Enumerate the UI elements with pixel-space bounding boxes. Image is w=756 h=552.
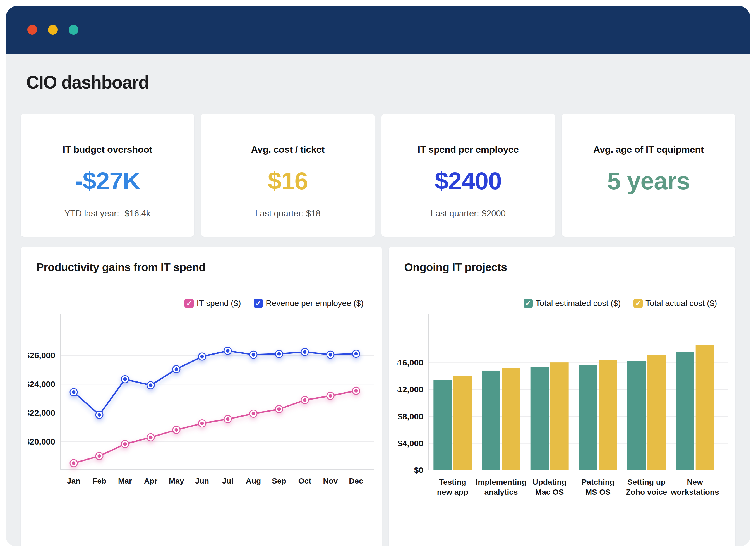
legend-checkbox-check-icon[interactable]: ✓	[184, 299, 194, 308]
kpi-card-avg-cost-ticket: Avg. cost / ticket $16 Last quarter: $18	[201, 114, 375, 237]
kpi-value: 5 years	[562, 167, 735, 195]
legend-item: ✓Total actual cost ($)	[633, 298, 717, 308]
x-axis-tick-label: Sep	[272, 476, 286, 485]
x-axis-category-label: Mac OS	[535, 488, 564, 497]
chart-title: Ongoing IT projects	[404, 261, 507, 274]
bar	[696, 345, 714, 470]
window-titlebar	[6, 6, 750, 53]
close-button-icon[interactable]	[27, 25, 37, 35]
kpi-value: $16	[201, 167, 375, 195]
x-axis-tick-label: Feb	[92, 476, 106, 485]
legend-label: IT spend ($)	[196, 298, 241, 308]
x-axis-category-label: workstations	[670, 488, 719, 497]
data-point-marker-center	[277, 407, 281, 411]
bar	[530, 367, 549, 470]
kpi-title: IT budget overshoot	[21, 144, 194, 155]
data-point-marker-center	[252, 353, 255, 357]
kpi-title: IT spend per employee	[381, 144, 555, 155]
projects-bar-chart: $0$4,000$8,000$12,000$16,000Testingnew a…	[397, 310, 729, 506]
x-axis-category-label: Testing	[439, 478, 466, 487]
x-axis-tick-label: May	[169, 476, 184, 485]
legend-label: Total estimated cost ($)	[536, 298, 621, 308]
y-axis-tick-label: $16,000	[397, 358, 423, 367]
data-point-marker-center	[277, 352, 281, 356]
kpi-row: IT budget overshoot -$27K YTD last year:…	[21, 114, 735, 237]
bar	[579, 365, 597, 470]
y-axis-tick-label: $12,000	[397, 385, 423, 394]
bar	[550, 363, 568, 470]
data-point-marker-center	[149, 383, 153, 387]
data-point-marker-center	[98, 413, 101, 417]
legend-checkbox-check-icon[interactable]: ✓	[524, 299, 533, 308]
bar	[627, 361, 646, 470]
chart-title: Productivity gains from IT spend	[36, 261, 205, 274]
x-axis-category-label: Zoho voice	[626, 488, 667, 497]
kpi-card-it-budget-overshoot: IT budget overshoot -$27K YTD last year:…	[21, 114, 194, 237]
y-axis-tick-label: $24,000	[28, 380, 55, 389]
zoom-button-icon[interactable]	[69, 25, 78, 35]
productivity-line-chart: $20,000$22,000$24,000$26,000JanFebMarApr…	[28, 310, 375, 506]
data-point-marker-center	[303, 398, 307, 402]
kpi-title: Avg. age of IT equipment	[562, 144, 735, 155]
data-point-marker-center	[123, 378, 127, 381]
kpi-subtitle: Last quarter: $2000	[381, 209, 555, 219]
series-line	[74, 391, 356, 463]
x-axis-category-label: MS OS	[585, 488, 610, 497]
bar	[647, 356, 666, 470]
x-axis-category-label: Setting up	[627, 478, 666, 487]
y-axis-tick-label: $20,000	[28, 437, 55, 446]
x-axis-category-label: Patching	[581, 478, 614, 487]
y-axis-tick-label: $22,000	[28, 408, 55, 417]
y-axis-tick-label: $8,000	[398, 412, 423, 421]
productivity-chart-card: Productivity gains from IT spend ✓IT spe…	[21, 247, 382, 546]
data-point-marker-center	[149, 436, 153, 439]
data-point-marker-center	[329, 353, 332, 357]
x-axis-tick-label: Dec	[349, 476, 363, 485]
legend-item: ✓Revenue per employee ($)	[254, 298, 363, 308]
data-point-marker-center	[98, 454, 101, 458]
page-title: CIO dashboard	[21, 72, 735, 93]
data-point-marker-center	[72, 390, 75, 394]
x-axis-tick-label: Mar	[118, 476, 132, 485]
line-series	[70, 387, 360, 467]
x-axis-category-label: Updating	[533, 478, 566, 487]
minimize-button-icon[interactable]	[48, 25, 58, 35]
data-point-marker-center	[175, 428, 178, 432]
kpi-card-avg-age-it-equipment: Avg. age of IT equipment 5 years	[562, 114, 735, 237]
line-chart-legend: ✓IT spend ($)✓Revenue per employee ($)	[21, 298, 382, 309]
x-axis-tick-label: Nov	[323, 476, 338, 485]
y-axis-tick-label: $0	[414, 465, 423, 475]
x-axis-category-label: analytics	[484, 488, 518, 497]
data-point-marker-center	[200, 355, 204, 358]
legend-checkbox-check-icon[interactable]: ✓	[254, 299, 263, 308]
bar	[433, 380, 452, 470]
data-point-marker-center	[175, 368, 178, 371]
legend-item: ✓Total estimated cost ($)	[524, 298, 621, 308]
x-axis-category-label: Implementing	[476, 478, 526, 487]
x-axis-category-label: New	[687, 478, 703, 487]
kpi-value: $2400	[381, 167, 555, 195]
bar	[599, 360, 617, 470]
x-axis-tick-label: Jan	[67, 476, 80, 485]
bar-chart-legend: ✓Total estimated cost ($)✓Total actual c…	[389, 298, 735, 309]
data-point-marker-center	[200, 422, 204, 425]
bar	[502, 368, 520, 470]
kpi-card-it-spend-per-employee: IT spend per employee $2400 Last quarter…	[381, 114, 555, 237]
data-point-marker-center	[354, 389, 358, 393]
data-point-marker-center	[252, 412, 255, 415]
legend-checkbox-check-icon[interactable]: ✓	[633, 299, 643, 308]
dashboard-content: CIO dashboard IT budget overshoot -$27K …	[6, 72, 750, 546]
legend-item: ✓IT spend ($)	[184, 298, 241, 308]
data-point-marker-center	[123, 442, 127, 446]
legend-label: Total actual cost ($)	[645, 298, 717, 308]
data-point-marker-center	[72, 461, 75, 465]
x-axis-tick-label: Jun	[195, 476, 209, 485]
legend-label: Revenue per employee ($)	[266, 298, 363, 308]
projects-chart-card: Ongoing IT projects ✓Total estimated cos…	[389, 247, 735, 546]
data-point-marker-center	[303, 350, 307, 354]
data-point-marker-center	[329, 394, 332, 398]
chart-header: Ongoing IT projects	[389, 247, 735, 288]
x-axis-tick-label: Aug	[246, 476, 261, 485]
data-point-marker-center	[226, 417, 230, 421]
chart-header: Productivity gains from IT spend	[21, 247, 382, 288]
